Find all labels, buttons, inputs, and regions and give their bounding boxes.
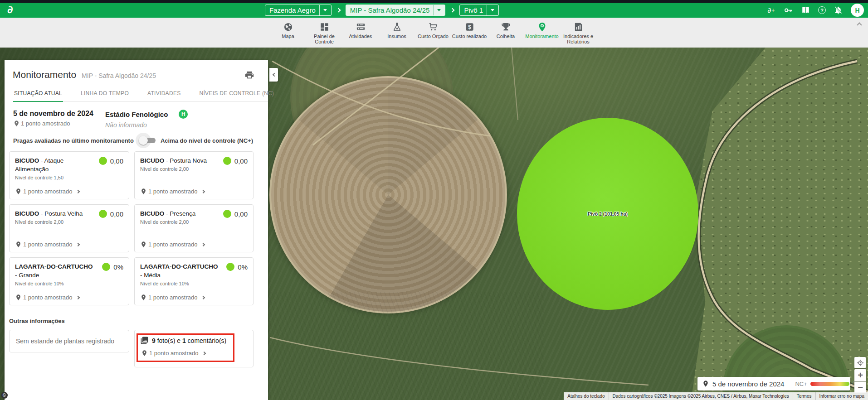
date-points-label: 1 ponto amostrado (21, 120, 70, 127)
sampled-points-link[interactable]: 1 ponto amostrado (15, 188, 123, 195)
map-pivot-2-circle[interactable]: Pivô 2 (101,05 ha) (517, 118, 698, 310)
locate-icon (857, 359, 864, 366)
farm-selector[interactable]: Fazenda Aegro (265, 5, 332, 16)
tab-atividades[interactable]: ATIVIDADES (146, 87, 181, 101)
chip-divider (433, 5, 434, 15)
trophy-icon (501, 22, 511, 32)
window-top-strip (0, 0, 868, 3)
map-date-overlay: 5 de novembro de 2024 NC+ 0 (697, 377, 850, 390)
pest-value: 0,00 (110, 210, 123, 218)
key-icon[interactable] (784, 5, 793, 15)
cart-icon (428, 22, 439, 32)
zoom-in-button[interactable] (854, 369, 866, 381)
toggle-knob (139, 136, 148, 145)
pest-card: BICUDO - Presença 0,00 Nível de controle… (134, 204, 254, 252)
toolbar-item-atividades[interactable]: Atividades (342, 22, 379, 39)
sampled-points-link[interactable]: 1 ponto amostrado (140, 294, 248, 301)
pest-name: BICUDO - Postura Nova (140, 156, 207, 165)
status-dot (223, 157, 231, 165)
aegro-logo[interactable]: ∂ (7, 4, 13, 15)
user-avatar[interactable]: H (851, 4, 864, 17)
chevron-down-icon (437, 9, 441, 11)
monitoring-pin-icon (537, 22, 547, 32)
nc-scale-label: NC+ (795, 381, 807, 387)
pest-name: LAGARTA-DO-CARTUCHO - Grande (15, 262, 96, 280)
dashboard-icon (319, 22, 330, 32)
notifications-off-icon[interactable] (834, 5, 843, 15)
pest-card: BICUDO - Ataque Alimentação 0,00 Nível d… (9, 151, 129, 199)
terms-link[interactable]: Termos (793, 392, 815, 400)
control-level: Nível de controle 1,50 (15, 175, 123, 180)
toolbar-label: Atividades (349, 34, 372, 39)
nc-filter-toggle[interactable] (140, 136, 156, 145)
sampled-points-link[interactable]: 1 ponto amostrado (141, 350, 248, 357)
place-pin-icon (15, 188, 22, 195)
status-dot (99, 157, 107, 165)
chevron-right-icon (201, 189, 205, 193)
toolbar-item-painel-de-controle[interactable]: Painel de Controle (306, 22, 342, 44)
keyboard-shortcuts-link[interactable]: Atalhos do teclado (564, 392, 608, 400)
tab-situacao-atual[interactable]: SITUAÇÃO ATUAL (13, 87, 63, 102)
chevron-right-icon (201, 242, 205, 246)
stage-label: Estádio Fenológico (105, 111, 168, 118)
sampled-points-link[interactable]: 1 ponto amostrado (140, 188, 248, 195)
pest-value: 0,00 (234, 157, 248, 165)
status-dot (226, 263, 234, 271)
nc-gradient-bar (810, 382, 849, 386)
chevron-left-icon (272, 73, 276, 77)
status-dot (102, 263, 110, 271)
collapse-toolbar-icon[interactable] (856, 22, 863, 27)
photos-comments-card[interactable]: 9 foto(s) e 1 comentário(s) 1 ponto amos… (134, 330, 254, 367)
farm-selector-label: Fazenda Aegro (269, 6, 316, 14)
toolbar-item-monitoramento[interactable]: Monitoramento (524, 22, 560, 39)
stage-badge: H (179, 110, 188, 119)
toolbar-item-insumos[interactable]: Insumos (379, 22, 415, 39)
invite-icon[interactable]: ∂+ (766, 5, 776, 15)
pest-name: LAGARTA-DO-CARTUCHO - Média (140, 262, 221, 280)
toolbar-item-mapa[interactable]: Mapa (270, 22, 306, 39)
pest-value: 0% (113, 263, 123, 271)
breadcrumb-separator-icon (450, 8, 455, 13)
place-pin-icon (13, 120, 20, 127)
pest-card: LAGARTA-DO-CARTUCHO - Grande 0% Nível de… (9, 257, 129, 305)
toolbar-item-colheita[interactable]: Colheita (488, 22, 524, 39)
field-selector[interactable]: Pivô 1 (459, 5, 499, 16)
nc-filter-label: Acima do nível de controle (NC+) (161, 137, 253, 144)
toolbar-label: Custo realizado (452, 34, 487, 39)
sampled-points-link[interactable]: 1 ponto amostrado (15, 241, 123, 248)
toolbar-label: Painel de Controle (306, 34, 342, 44)
toolbar-label: Indicadores e Relatórios (560, 34, 596, 44)
sampled-points-link[interactable]: 1 ponto amostrado (140, 241, 248, 248)
tab-niveis-de-controle[interactable]: NÍVEIS DE CONTROLE (NC) (199, 87, 275, 101)
toolbar-item-custo-realizado[interactable]: $ Custo realizado (451, 22, 488, 39)
sampled-points-link[interactable]: 1 ponto amostrado (15, 294, 123, 301)
other-info-header: Outras informações (9, 318, 268, 324)
panel-tabs: SITUAÇÃO ATUAL LINHA DO TEMPO ATIVIDADES… (13, 87, 268, 102)
chip-divider (319, 5, 320, 15)
season-selector-label: MIP - Safra Algodão 24/25 (350, 6, 430, 14)
toolbar-item-indicadores-e-relatorios[interactable]: Indicadores e Relatórios (560, 22, 596, 44)
map-date-label: 5 de novembro de 2024 (712, 380, 784, 388)
globe-icon (283, 22, 293, 32)
control-level: Nível de controle 2,00 (140, 219, 248, 225)
manual-icon[interactable] (801, 5, 810, 15)
pest-card: BICUDO - Postura Velha 0,00 Nível de con… (9, 204, 129, 252)
print-button[interactable] (244, 70, 254, 80)
place-pin-icon (140, 241, 147, 248)
plant-stand-card: Sem estande de plantas registrado (9, 330, 129, 352)
chevron-right-icon (76, 242, 80, 246)
toolbar-item-custo-orcado[interactable]: Custo Orçado (415, 22, 451, 39)
zoom-out-button[interactable] (854, 381, 866, 393)
tab-linha-do-tempo[interactable]: LINHA DO TEMPO (80, 87, 130, 101)
collapse-panel-button[interactable] (269, 68, 278, 82)
place-pin-icon (702, 380, 709, 387)
header-actions: ∂+ H (766, 3, 864, 18)
help-icon[interactable] (818, 6, 826, 14)
cookie-badge[interactable] (1, 392, 8, 399)
report-map-error-link[interactable]: Informar erro no mapa (815, 392, 868, 400)
control-level: Nível de controle 10% (140, 281, 248, 286)
print-icon (244, 70, 254, 80)
stage-value: Não informado (105, 121, 188, 129)
season-selector[interactable]: MIP - Safra Algodão 24/25 (346, 5, 446, 16)
locate-button[interactable] (854, 357, 866, 368)
